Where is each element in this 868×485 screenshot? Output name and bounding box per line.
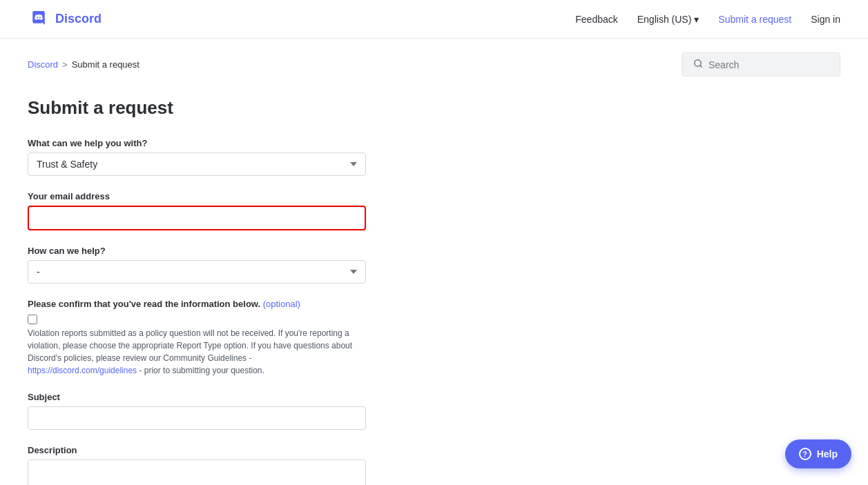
sign-in-link[interactable]: Sign in — [811, 14, 840, 25]
confirm-label: Please confirm that you've read the info… — [28, 299, 470, 309]
main-content: Submit a request What can we help you wi… — [0, 90, 497, 485]
breadcrumb-separator: > — [62, 59, 68, 70]
help-button-label: Help — [817, 448, 838, 459]
policy-link[interactable]: https://discord.com/guidelines — [28, 366, 137, 375]
language-label: English (US) — [637, 14, 692, 25]
breadcrumb-home[interactable]: Discord — [28, 59, 58, 70]
what-can-we-help-group: What can we help you with? Trust & Safet… — [28, 138, 470, 176]
svg-line-1 — [700, 66, 702, 68]
description-textarea[interactable] — [28, 459, 366, 485]
help-button[interactable]: ? Help — [785, 439, 851, 468]
description-label: Description — [28, 445, 470, 455]
subject-group: Subject — [28, 392, 470, 430]
what-can-we-help-label: What can we help you with? — [28, 138, 470, 148]
search-box[interactable]: Search — [682, 52, 840, 77]
optional-badge: (optional) — [260, 299, 300, 309]
breadcrumb: Discord > Submit a request — [28, 59, 139, 70]
language-selector[interactable]: English (US) ▾ — [637, 14, 700, 25]
search-icon — [693, 59, 703, 70]
email-label: Your email address — [28, 191, 470, 201]
checkbox-group — [28, 313, 470, 324]
how-can-we-help-group: How can we help? - — [28, 246, 470, 284]
breadcrumb-bar: Discord > Submit a request Search — [0, 39, 868, 90]
header: Discord Feedback English (US) ▾ Submit a… — [0, 0, 868, 39]
confirm-checkbox[interactable] — [28, 315, 37, 324]
what-can-we-help-select[interactable]: Trust & Safety — [28, 152, 366, 176]
chevron-down-icon: ▾ — [694, 14, 699, 25]
submit-request-nav-link[interactable]: Submit a request — [718, 14, 791, 25]
how-can-we-help-label: How can we help? — [28, 246, 470, 256]
email-input[interactable] — [28, 206, 366, 230]
breadcrumb-current: Submit a request — [72, 59, 139, 70]
search-placeholder: Search — [708, 59, 739, 70]
description-group: Description — [28, 445, 470, 485]
confirm-group: Please confirm that you've read the info… — [28, 299, 470, 377]
feedback-link[interactable]: Feedback — [575, 14, 617, 25]
logo-text: Discord — [55, 12, 102, 26]
email-group: Your email address — [28, 191, 470, 230]
subject-input[interactable] — [28, 406, 366, 430]
page-title: Submit a request — [28, 97, 470, 119]
logo[interactable]: Discord — [28, 10, 102, 28]
discord-logo-icon — [28, 10, 50, 28]
main-nav: Feedback English (US) ▾ Submit a request… — [575, 14, 840, 25]
how-can-we-help-select[interactable]: - — [28, 260, 366, 284]
submit-request-form: What can we help you with? Trust & Safet… — [28, 138, 470, 485]
policy-text: Violation reports submitted as a policy … — [28, 327, 359, 377]
help-icon: ? — [799, 448, 811, 460]
subject-label: Subject — [28, 392, 470, 402]
